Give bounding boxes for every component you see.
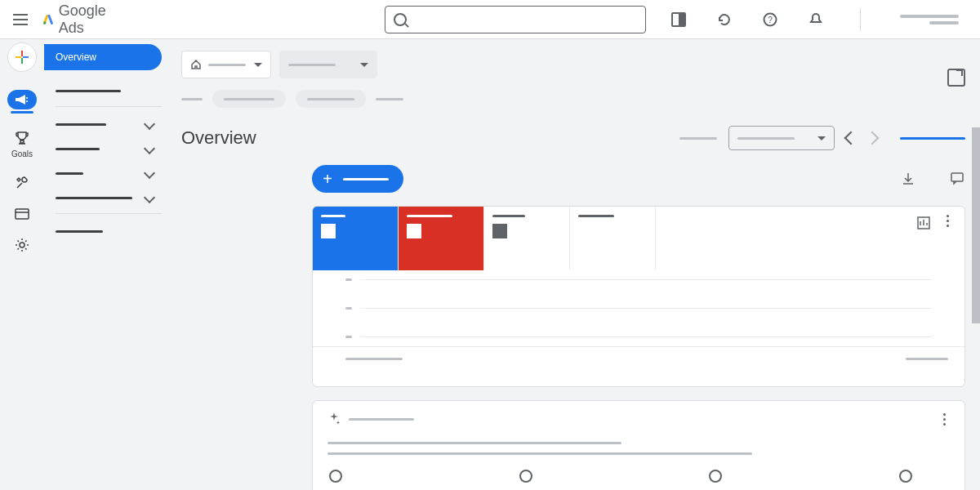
appearance-icon[interactable]: [670, 11, 687, 28]
page-title: Overview: [181, 127, 256, 149]
scorecard-tile-4[interactable]: [570, 207, 656, 270]
megaphone-icon: [15, 94, 29, 105]
app-header: Google Ads ?: [0, 0, 980, 39]
filter-chip-2[interactable]: [296, 90, 366, 108]
plus-icon: +: [320, 172, 335, 186]
compare-tab-underline: [900, 137, 965, 140]
recommendations-card: [312, 400, 965, 490]
nav-item-6[interactable]: [44, 219, 162, 243]
gear-icon: [14, 237, 30, 253]
super-navigation-rail: Goals: [0, 39, 44, 490]
rail-label-goals: Goals: [11, 149, 33, 158]
vertical-scrollbar[interactable]: [972, 39, 980, 490]
divider: [860, 8, 861, 31]
svg-rect-14: [951, 173, 963, 181]
nav-item-overview-label: Overview: [56, 51, 96, 63]
new-campaign-button[interactable]: +: [312, 165, 403, 193]
recommendation-option-4[interactable]: [899, 470, 948, 490]
svg-point-10: [26, 100, 28, 102]
chevron-down-icon: [144, 192, 155, 203]
trophy-icon: [14, 130, 30, 146]
tools-icon: [14, 175, 30, 191]
header-toolbar: ?: [670, 7, 980, 32]
hamburger-menu-icon[interactable]: [13, 10, 28, 29]
scorecard-chart: [313, 270, 964, 346]
svg-point-0: [43, 21, 46, 24]
filter-chip-1[interactable]: [212, 90, 286, 108]
scorecard-card: [312, 206, 965, 387]
scorecard-header: [313, 207, 964, 270]
download-icon[interactable]: [900, 171, 916, 187]
radio-icon: [329, 470, 342, 483]
svg-rect-2: [679, 14, 684, 25]
plus-multicolor-icon: [15, 50, 29, 65]
nav-item-1[interactable]: [44, 78, 162, 103]
account-scope-dropdown[interactable]: [181, 51, 271, 78]
scorecard-tile-1[interactable]: [313, 207, 399, 270]
scroll-thumb[interactable]: [972, 127, 980, 323]
feedback-icon[interactable]: [949, 171, 965, 187]
svg-rect-5: [21, 51, 23, 56]
home-icon: [190, 59, 202, 70]
date-range-prev-button[interactable]: [844, 131, 858, 145]
save-view-icon[interactable]: [947, 69, 965, 87]
recommendation-option-3[interactable]: [709, 470, 758, 490]
sparkle-icon: [327, 412, 341, 425]
radio-icon: [519, 470, 532, 483]
radio-icon: [709, 470, 722, 483]
rail-item-admin[interactable]: [0, 232, 44, 258]
nav-item-3[interactable]: [44, 136, 162, 161]
date-range-dropdown[interactable]: [728, 126, 835, 150]
nav-item-2[interactable]: [44, 112, 162, 136]
search-wrap: [385, 6, 646, 33]
notifications-icon[interactable]: [808, 11, 824, 28]
scorecard-tile-3[interactable]: [484, 207, 570, 270]
scope-selector-row: [181, 51, 965, 78]
expand-chart-icon[interactable]: [915, 215, 932, 231]
search-input[interactable]: [385, 6, 646, 33]
rail-item-billing[interactable]: [0, 203, 44, 225]
secondary-navigation: Overview: [44, 39, 167, 490]
chevron-down-icon: [144, 118, 155, 130]
svg-rect-6: [21, 58, 23, 64]
chevron-down-icon: [144, 167, 155, 179]
rail-item-goals[interactable]: Goals: [0, 125, 44, 163]
billing-card-icon: [14, 207, 30, 220]
svg-rect-11: [16, 209, 29, 219]
scorecard-more-icon[interactable]: [942, 215, 953, 262]
svg-text:?: ?: [768, 16, 773, 24]
recommendation-options: [327, 470, 950, 490]
chevron-down-icon: [144, 143, 155, 154]
nav-item-5[interactable]: [44, 185, 162, 210]
campaign-scope-dropdown[interactable]: [279, 51, 377, 78]
rail-item-tools[interactable]: [0, 170, 44, 196]
radio-icon: [899, 470, 912, 483]
create-button[interactable]: [7, 42, 37, 72]
product-name: Google Ads: [59, 2, 111, 37]
rail-item-campaigns[interactable]: [0, 85, 44, 118]
ads-logo-icon: [42, 11, 54, 28]
recommendation-option-1[interactable]: [329, 470, 378, 490]
recommendations-more-icon[interactable]: [938, 413, 950, 425]
search-icon: [394, 13, 407, 26]
product-logo[interactable]: Google Ads: [42, 2, 111, 37]
svg-rect-8: [23, 56, 29, 58]
scorecard-footer: [313, 346, 964, 371]
main-content: Overview +: [167, 39, 980, 490]
breadcrumb: [181, 90, 965, 108]
date-range-next-button[interactable]: [866, 131, 880, 145]
refresh-icon[interactable]: [716, 11, 733, 28]
nav-item-overview[interactable]: Overview: [44, 44, 162, 70]
svg-point-9: [26, 97, 28, 99]
nav-item-4[interactable]: [44, 161, 162, 185]
scorecard-tile-2[interactable]: [399, 207, 484, 270]
help-icon[interactable]: ?: [762, 11, 778, 28]
account-label[interactable]: [900, 15, 959, 24]
svg-rect-7: [16, 56, 21, 58]
svg-point-13: [20, 243, 24, 247]
recommendation-option-2[interactable]: [519, 470, 568, 490]
